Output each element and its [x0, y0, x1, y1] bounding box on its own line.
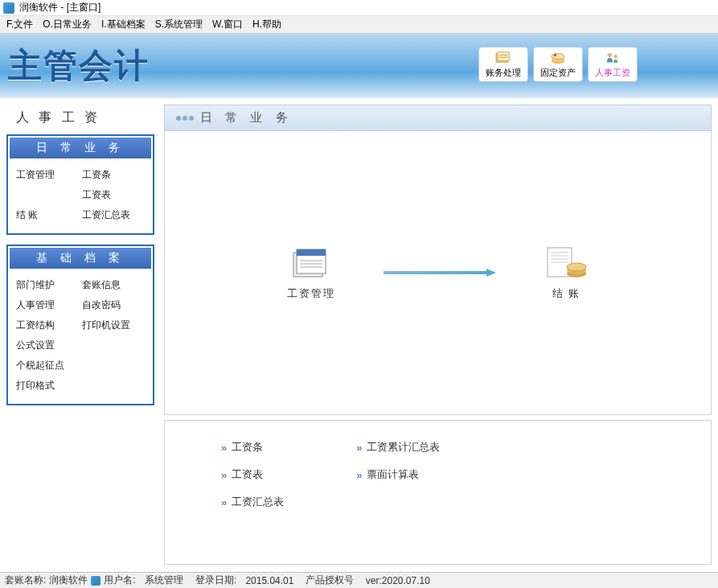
banner-buttons: 账务处理 固定资产 人事工资: [478, 47, 638, 82]
sidebar-item-salary-struct[interactable]: 工资结构: [14, 315, 80, 335]
sidebar-item-salary-slip[interactable]: 工资条: [80, 165, 146, 185]
banner-btn-label: 人事工资: [595, 67, 630, 79]
sidebar-item-printer[interactable]: 打印机设置: [80, 315, 146, 335]
link-salary-table[interactable]: 工资表: [221, 467, 284, 482]
hr-icon: [604, 51, 622, 65]
sidebar-item-tax-threshold[interactable]: 个税起征点: [14, 356, 146, 376]
svg-point-7: [613, 54, 617, 58]
banner-btn-label: 固定资产: [540, 67, 576, 79]
statusbar: 套账名称:润衡软件 用户名: 系统管理 登录日期: 2015.04.01 产品授…: [0, 572, 718, 588]
banner-title: 主管会计: [8, 43, 150, 88]
status-date-value: 2015.04.01: [245, 575, 293, 586]
sidebar-item-hr-mgmt[interactable]: 人事管理: [14, 295, 80, 315]
status-account-label: 套账名称:: [5, 574, 46, 587]
svg-point-5: [554, 53, 557, 56]
ledger-coins-icon: [544, 245, 589, 282]
menu-file[interactable]: F.文件: [6, 18, 33, 31]
window-title: 润衡软件 - [主窗口]: [19, 1, 101, 14]
menu-system[interactable]: S.系统管理: [155, 18, 203, 31]
sidebar-header: 日 常 业 务: [10, 138, 151, 158]
sidebar-header: 基 础 档 案: [10, 248, 151, 269]
sidebar-item-dept[interactable]: 部门维护: [14, 275, 80, 295]
flow-label: 工资管理: [287, 286, 335, 301]
svg-rect-14: [384, 271, 486, 274]
link-salary-summary[interactable]: 工资汇总表: [221, 495, 284, 509]
link-column: 工资条 工资表 工资汇总表: [221, 440, 284, 545]
link-cumulative-summary[interactable]: 工资累计汇总表: [356, 440, 440, 454]
documents-icon: [289, 245, 334, 282]
sidebar-item-empty: [14, 185, 80, 205]
status-account-value: 润衡软件: [49, 574, 88, 587]
sidebar-section-archives: 基 础 档 案 部门维护 套账信息 人事管理 自改密码 工资结构 打印机设置 公…: [6, 245, 154, 405]
sidebar-item-print-format[interactable]: 打印格式: [14, 376, 146, 396]
status-license-value: ver:2020.07.10: [366, 575, 430, 586]
status-date-label: 登录日期:: [195, 574, 236, 587]
content-header-text: 日 常 业 务: [200, 110, 293, 125]
sidebar-item-password[interactable]: 自改密码: [80, 295, 146, 315]
sidebar-section-daily: 日 常 业 务 工资管理 工资条 工资表 结 账 工资汇总表: [6, 134, 154, 235]
sidebar-item-salary-mgmt[interactable]: 工资管理: [14, 165, 80, 185]
sidebar-title: 人 事 工 资: [6, 105, 154, 131]
menubar: F.文件 O.日常业务 I.基础档案 S.系统管理 W.窗口 H.帮助: [0, 16, 718, 34]
header-dots-icon: [176, 116, 194, 121]
flow-label: 结 账: [552, 286, 581, 301]
menu-help[interactable]: H.帮助: [252, 18, 281, 31]
menu-daily[interactable]: O.日常业务: [43, 18, 92, 31]
content-main: 工资管理 结 账: [164, 131, 712, 415]
link-salary-slip[interactable]: 工资条: [221, 440, 284, 454]
accounting-icon: [494, 51, 512, 65]
sidebar-item-account-info[interactable]: 套账信息: [80, 275, 146, 295]
status-icon: [91, 576, 101, 586]
svg-marker-15: [486, 269, 496, 277]
banner-btn-label: 账务处理: [486, 67, 521, 79]
sidebar-item-salary-table[interactable]: 工资表: [80, 185, 146, 205]
sidebar-items: 工资管理 工资条 工资表 结 账 工资汇总表: [10, 165, 151, 232]
status-user-value: 系统管理: [145, 574, 183, 587]
svg-rect-1: [498, 51, 509, 60]
link-column: 工资累计汇总表 票面计算表: [356, 440, 440, 545]
arrow-right-icon: [384, 269, 496, 277]
banner-btn-hr[interactable]: 人事工资: [588, 47, 638, 82]
banner-btn-assets[interactable]: 固定资产: [533, 47, 583, 82]
content: 日 常 业 务 工资管理: [161, 98, 718, 571]
sidebar-items: 部门维护 套账信息 人事管理 自改密码 工资结构 打印机设置 公式设置 个税起征…: [10, 275, 151, 402]
svg-point-23: [567, 263, 586, 271]
status-user-label: 用户名:: [104, 574, 135, 587]
sidebar-item-formula[interactable]: 公式设置: [14, 335, 146, 356]
svg-rect-10: [297, 249, 326, 256]
menu-archives[interactable]: I.基础档案: [101, 18, 146, 31]
content-header: 日 常 业 务: [164, 105, 712, 131]
link-denomination[interactable]: 票面计算表: [356, 467, 440, 482]
window-titlebar: 润衡软件 - [主窗口]: [0, 0, 718, 16]
main-area: 人 事 工 资 日 常 业 务 工资管理 工资条 工资表 结 账 工资汇总表 基…: [0, 98, 718, 571]
app-icon: [3, 2, 14, 14]
banner-btn-accounting[interactable]: 账务处理: [478, 47, 528, 82]
flow-close-account[interactable]: 结 账: [544, 245, 589, 301]
svg-point-4: [552, 53, 564, 59]
sidebar-item-salary-summary[interactable]: 工资汇总表: [80, 205, 146, 225]
flow-salary-mgmt[interactable]: 工资管理: [287, 245, 335, 301]
sidebar: 人 事 工 资 日 常 业 务 工资管理 工资条 工资表 结 账 工资汇总表 基…: [0, 98, 161, 571]
menu-window[interactable]: W.窗口: [212, 18, 243, 31]
status-license-label: 产品授权号: [306, 574, 354, 587]
sidebar-item-close-account[interactable]: 结 账: [14, 205, 80, 225]
content-bottom: 工资条 工资表 工资汇总表 工资累计汇总表 票面计算表: [164, 420, 712, 565]
svg-point-6: [608, 52, 612, 56]
banner: 主管会计 账务处理 固定资产 人事工资: [0, 34, 718, 98]
assets-icon: [549, 51, 567, 65]
